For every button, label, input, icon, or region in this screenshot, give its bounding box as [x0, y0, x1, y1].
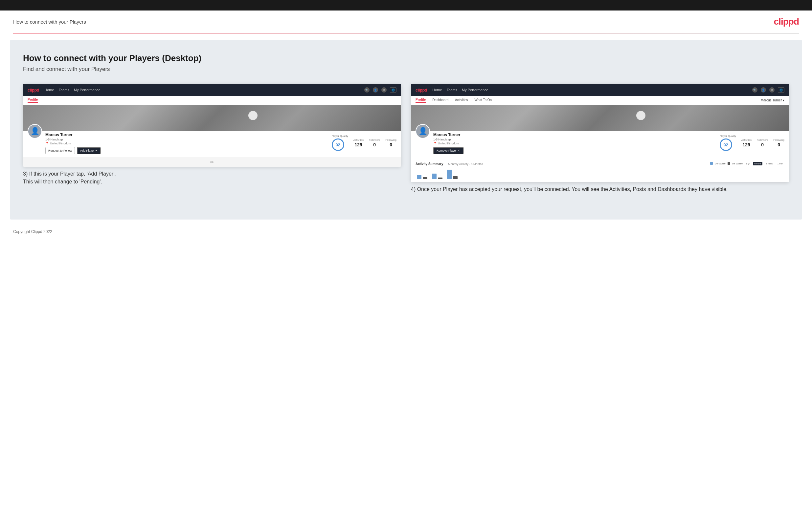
- right-activities-value: 129: [741, 142, 752, 147]
- right-handicap: 1-5 Handicap: [433, 138, 716, 141]
- screenshots-row: clippd Home Teams My Performance 🔍 👤 ⚙ 🌐: [23, 84, 789, 193]
- left-nav-icons: 🔍 👤 ⚙ 🌐: [364, 87, 397, 93]
- on-course-legend-label: On course: [715, 162, 725, 165]
- right-desc-text: 4) Once your Player has accepted your re…: [411, 185, 789, 193]
- left-profile-info: Marcus Turner 1-5 Handicap 📍 United King…: [45, 131, 328, 154]
- tab-profile-left[interactable]: Profile: [28, 98, 38, 103]
- left-profile-area: 👤 Marcus Turner 1-5 Handicap 📍 United Ki…: [23, 131, 401, 157]
- right-following-value: 0: [773, 142, 784, 147]
- left-app-logo: clippd: [28, 88, 39, 93]
- activity-title-group: Activity Summary Monthly Activity · 6 Mo…: [415, 161, 483, 166]
- right-nav-home[interactable]: Home: [432, 88, 442, 92]
- left-desc-text: 3) If this is your Player tap, 'Add Play…: [23, 170, 401, 186]
- header: How to connect with your Players clippd: [0, 10, 812, 33]
- left-nav-links: Home Teams My Performance: [44, 88, 359, 92]
- golf-hero-right: [411, 105, 789, 131]
- left-player-name: Marcus Turner: [45, 132, 328, 137]
- activity-bar-chart: [415, 169, 784, 179]
- right-country: 📍 United Kingdom: [433, 142, 716, 145]
- add-player-button[interactable]: Add Player +: [77, 147, 101, 154]
- right-person-icon[interactable]: 👤: [761, 87, 766, 93]
- time-btn-3mths[interactable]: 3 mths: [764, 162, 774, 165]
- right-profile-info: Marcus Turner 1-5 Handicap 📍 United King…: [433, 131, 716, 154]
- request-follow-button[interactable]: Request to Follow: [45, 147, 75, 154]
- pin-icon-right: 📍: [433, 142, 437, 145]
- clippd-logo: clippd: [774, 16, 799, 27]
- tab-what-to-on-right[interactable]: What To On: [475, 98, 492, 102]
- tab-profile-right[interactable]: Profile: [415, 98, 426, 103]
- left-following-label: Following: [385, 138, 397, 142]
- activity-controls: On course Off course 1 yr 6 mths 3 mths …: [710, 162, 784, 165]
- pin-icon-left: 📍: [45, 142, 49, 145]
- screenshot-left: clippd Home Teams My Performance 🔍 👤 ⚙ 🌐: [23, 84, 401, 193]
- right-nav-performance[interactable]: My Performance: [462, 88, 489, 92]
- left-screenshot-bottom: ✏: [23, 157, 401, 167]
- right-stat-followers: Followers 0: [757, 138, 768, 147]
- right-settings-icon[interactable]: ⚙: [769, 87, 774, 93]
- time-btn-1yr[interactable]: 1 yr: [745, 162, 751, 165]
- top-bar: [0, 0, 812, 10]
- right-activities-label: Activities: [741, 138, 752, 142]
- left-nav-teams[interactable]: Teams: [59, 88, 69, 92]
- right-stats: Player Quality 92 Activities 129 Followe…: [720, 131, 784, 151]
- right-pq-circle: 92: [720, 138, 732, 151]
- right-following-label: Following: [773, 138, 784, 142]
- left-stat-activities: Activities 129: [353, 138, 364, 147]
- bar-3: [432, 174, 437, 179]
- right-tab-user-menu[interactable]: Marcus Turner ▾: [761, 99, 784, 102]
- right-language-icon[interactable]: 🌐: [778, 87, 784, 93]
- left-following-value: 0: [385, 142, 397, 147]
- left-activities-label: Activities: [353, 138, 364, 142]
- time-btn-1mth[interactable]: 1 mth: [776, 162, 784, 165]
- bar-5: [447, 170, 452, 179]
- settings-icon[interactable]: ⚙: [382, 87, 387, 93]
- left-stats: Player Quality 92 Activities 129 Followe…: [332, 131, 397, 151]
- left-stat-followers: Followers 0: [369, 138, 380, 147]
- left-followers-value: 0: [369, 142, 380, 147]
- right-search-icon[interactable]: 🔍: [752, 87, 757, 93]
- right-desc: 4) Once your Player has accepted your re…: [411, 182, 789, 193]
- right-nav-teams[interactable]: Teams: [447, 88, 457, 92]
- right-pq-block: Player Quality 92: [720, 134, 736, 151]
- left-nav-performance[interactable]: My Performance: [74, 88, 101, 92]
- activity-summary: Activity Summary Monthly Activity · 6 Mo…: [411, 157, 789, 182]
- tab-dashboard-right[interactable]: Dashboard: [432, 98, 448, 102]
- copyright-text: Copyright Clippd 2022: [13, 229, 52, 234]
- right-nav-links: Home Teams My Performance: [432, 88, 747, 92]
- main-title: How to connect with your Players (Deskto…: [23, 53, 789, 63]
- left-nav-home[interactable]: Home: [44, 88, 54, 92]
- left-tab-row: Profile: [23, 96, 401, 105]
- pencil-icon: ✏: [210, 160, 214, 165]
- left-country: 📍 United Kingdom: [45, 142, 328, 145]
- avatar-icon-right: 👤: [418, 127, 427, 135]
- left-handicap: 1-5 Handicap: [45, 138, 328, 141]
- mock-app-left: clippd Home Teams My Performance 🔍 👤 ⚙ 🌐: [23, 84, 401, 167]
- language-icon[interactable]: 🌐: [390, 87, 397, 93]
- right-navbar: clippd Home Teams My Performance 🔍 👤 ⚙ 🌐: [411, 84, 789, 96]
- activity-subtitle: Monthly Activity · 6 Months: [448, 162, 483, 166]
- left-avatar: 👤: [28, 124, 42, 138]
- tab-activities-right[interactable]: Activities: [455, 98, 468, 102]
- off-course-legend-dot: [727, 162, 730, 165]
- bar-1: [417, 175, 421, 179]
- search-icon[interactable]: 🔍: [364, 87, 369, 93]
- footer: Copyright Clippd 2022: [0, 226, 812, 237]
- left-pq-label: Player Quality: [332, 134, 348, 137]
- avatar-icon-left: 👤: [31, 127, 39, 135]
- mock-app-right: clippd Home Teams My Performance 🔍 👤 ⚙ 🌐: [411, 84, 789, 182]
- golf-hero-left: [23, 105, 401, 131]
- right-app-logo: clippd: [415, 88, 427, 93]
- bar-2: [423, 177, 427, 179]
- right-avatar: 👤: [415, 124, 430, 138]
- right-stat-following: Following 0: [773, 138, 784, 147]
- left-activities-value: 129: [353, 142, 364, 147]
- main-content: How to connect with your Players (Deskto…: [10, 40, 802, 220]
- on-course-legend-dot: [710, 162, 713, 165]
- right-stat-activities: Activities 129: [741, 138, 752, 147]
- right-nav-icons: 🔍 👤 ⚙ 🌐: [752, 87, 784, 93]
- left-pq-block: Player Quality 92: [332, 134, 348, 151]
- person-icon[interactable]: 👤: [373, 87, 378, 93]
- remove-player-button[interactable]: Remove Player ✕: [433, 147, 463, 154]
- activity-title: Activity Summary: [415, 162, 443, 166]
- time-btn-6mths[interactable]: 6 mths: [753, 162, 762, 165]
